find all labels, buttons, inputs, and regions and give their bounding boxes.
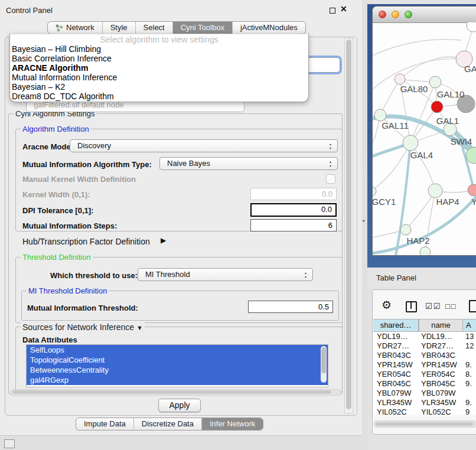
- tab-style-label: Style: [110, 22, 128, 34]
- algorithm-definition-title: Algorithm Definition: [21, 125, 91, 133]
- node-label: GAL4: [410, 150, 433, 160]
- node-salmon[interactable]: [468, 184, 476, 196]
- column-header-partial[interactable]: A: [463, 319, 476, 332]
- node-gal80[interactable]: [395, 74, 405, 84]
- gear-icon[interactable]: ⚙: [382, 298, 392, 312]
- control-panel-tabs: Network Style Select Cyni Toolbox jActiv…: [47, 21, 306, 34]
- node-gal11[interactable]: [374, 109, 386, 121]
- spinner-icon: ▴▾: [328, 160, 333, 168]
- table-panel-card: ⚙ ☑☑ □□ shared… name A YDL19…YDL19…13 YD…: [372, 289, 476, 435]
- network-canvas[interactable]: GAL GAL80 GAL10 GAL1 GAL11 SWI4 GAL4 GCY…: [373, 22, 476, 256]
- list-item[interactable]: BetweennessCentrality: [27, 365, 328, 375]
- spinner-icon: ▴▾: [303, 271, 308, 279]
- list-scrollbar[interactable]: [321, 346, 327, 383]
- tab-cyni-toolbox[interactable]: Cyni Toolbox: [172, 22, 232, 34]
- document-icon[interactable]: [469, 300, 476, 312]
- manual-kernel-checkbox[interactable]: [326, 174, 335, 184]
- tab-cyni-toolbox-label: Cyni Toolbox: [181, 22, 224, 34]
- dpi-tolerance-field[interactable]: 0.0: [250, 203, 337, 217]
- screen: Control Panel ✕ Network Style Select Cyn…: [0, 0, 476, 450]
- dropdown-item[interactable]: Dream8 DC_TDC Algorithm: [10, 92, 308, 101]
- sources-group-title[interactable]: Sources for Network Inference ▼: [21, 322, 145, 332]
- settings-hscrollbar[interactable]: [11, 389, 341, 396]
- table-row[interactable]: YDR27…YDR27…12: [373, 341, 476, 351]
- settings-vscrollbar[interactable]: [344, 38, 353, 413]
- hub-section-label[interactable]: Hub/Transcription Factor Definition: [22, 237, 150, 246]
- list-item[interactable]: TopologicalCoefficient: [27, 355, 328, 365]
- node-gal10[interactable]: [429, 76, 441, 88]
- tab-style[interactable]: Style: [102, 22, 135, 34]
- table-row[interactable]: YER054CYER054C8.: [373, 370, 476, 379]
- column-header-shared-name[interactable]: shared…: [373, 319, 419, 332]
- network-window-titlebar[interactable]: [373, 6, 476, 23]
- dpi-tolerance-label: DPI Tolerance [0,1]:: [22, 206, 93, 215]
- expand-down-icon: ▼: [136, 324, 143, 331]
- dropdown-item[interactable]: Bayesian – K2: [10, 82, 308, 92]
- network-window[interactable]: GAL GAL80 GAL10 GAL1 GAL11 SWI4 GAL4 GCY…: [372, 6, 476, 256]
- maximize-window-icon[interactable]: [405, 11, 412, 18]
- which-threshold-combo[interactable]: MI Threshold ▴▾: [138, 268, 313, 281]
- dropdown-item[interactable]: Basic Correlation Inference: [10, 54, 308, 63]
- table-row[interactable]: YLR345WYLR345W9.: [373, 398, 476, 407]
- tab-network[interactable]: Network: [48, 22, 102, 34]
- node-label: GAL80: [400, 84, 428, 94]
- node-hap4[interactable]: [428, 184, 442, 198]
- node-label: GAL: [464, 64, 476, 74]
- float-window-icon[interactable]: [330, 8, 335, 14]
- node[interactable]: [420, 247, 431, 256]
- table-panel-title: Table Panel: [376, 273, 416, 282]
- bottom-tabs: Impute Data Discretize Data Infer Networ…: [76, 418, 263, 431]
- dock-icon[interactable]: [4, 439, 15, 448]
- node-gal1[interactable]: [431, 101, 443, 113]
- expand-right-icon[interactable]: ▶: [161, 236, 166, 244]
- tab-discretize-data-label: Discretize Data: [142, 418, 194, 430]
- mi-threshold-label: Mutual Information Threshold:: [27, 304, 138, 312]
- control-panel-title: Control Panel: [6, 6, 53, 15]
- dropdown-item[interactable]: Mutual Information Inference: [10, 73, 308, 82]
- mi-steps-field[interactable]: 6: [250, 219, 337, 231]
- table-row[interactable]: YBR045CYBR045C9.: [373, 379, 476, 389]
- bottom-dock-strip: [0, 435, 367, 450]
- tab-discretize-data[interactable]: Discretize Data: [133, 418, 201, 430]
- collapse-left-icon[interactable]: ◂: [362, 218, 364, 223]
- deselect-all-checks-icon[interactable]: □□: [445, 302, 457, 311]
- node[interactable]: [467, 22, 476, 32]
- close-window-icon[interactable]: [379, 11, 386, 18]
- select-all-checks-icon[interactable]: ☑☑: [425, 302, 441, 311]
- split-columns-icon[interactable]: [406, 301, 417, 312]
- apply-button[interactable]: Apply: [158, 399, 201, 412]
- dropdown-item[interactable]: Bayesian – Hill Climbing: [10, 44, 308, 54]
- node-label: SWI4: [451, 136, 472, 146]
- tab-infer-network-label: Infer Network: [210, 418, 255, 430]
- node-label: GCY1: [373, 197, 396, 207]
- tab-infer-network[interactable]: Infer Network: [201, 418, 263, 430]
- mi-threshold-field[interactable]: 0.5: [248, 301, 333, 313]
- table-row[interactable]: YBL079WYBL079W: [373, 389, 476, 398]
- tab-jactivemnodules[interactable]: jActiveMNodules: [232, 22, 305, 34]
- node-label: Y: [471, 197, 476, 207]
- table-hscrollbar[interactable]: [374, 420, 476, 428]
- table-row[interactable]: YBR043CYBR043C: [373, 351, 476, 360]
- spinner-icon: ▴▾: [328, 142, 333, 151]
- list-item[interactable]: SelfLoops: [27, 345, 328, 355]
- threshold-definition-title: Threshold Definition: [21, 253, 93, 262]
- aracne-mode-combo[interactable]: Discovery ▴▾: [70, 139, 338, 152]
- table-rows: YDL19…YDL19…13 YDR27…YDR27…12 YBR043CYBR…: [373, 332, 476, 415]
- mi-type-combo[interactable]: Naive Bayes ▴▾: [159, 157, 338, 170]
- split-pane-gutter[interactable]: [362, 0, 367, 450]
- tab-impute-data[interactable]: Impute Data: [76, 418, 133, 430]
- dropdown-item-selected[interactable]: ARACNE Algorithm: [10, 63, 308, 73]
- node-gal4[interactable]: [403, 135, 418, 151]
- tab-select[interactable]: Select: [135, 22, 172, 34]
- close-icon[interactable]: ✕: [340, 4, 347, 14]
- list-item[interactable]: gal4RGexp: [27, 375, 328, 385]
- tab-select-label: Select: [144, 22, 165, 34]
- kernel-width-field[interactable]: 0.0: [250, 188, 337, 200]
- table-row[interactable]: YDL19…YDL19…13: [373, 332, 476, 341]
- node-hap2[interactable]: [400, 224, 411, 235]
- table-row[interactable]: YPR145WYPR145W9.: [373, 360, 476, 370]
- table-row[interactable]: YIL052CYIL052C9: [373, 407, 476, 415]
- minimize-window-icon[interactable]: [392, 11, 399, 18]
- column-header-name[interactable]: name: [419, 319, 463, 332]
- node-label: GAL10: [437, 89, 465, 99]
